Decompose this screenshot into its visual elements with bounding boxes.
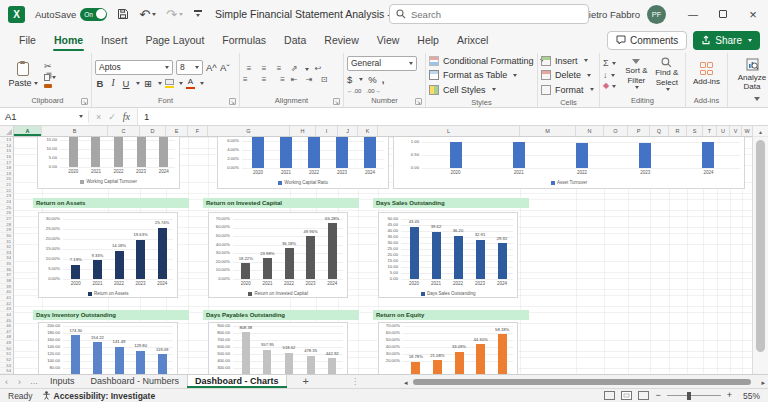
minimize-button[interactable]: — <box>678 0 708 28</box>
row-header-54[interactable]: 54 <box>0 368 13 374</box>
font-size-select[interactable]: 8 <box>176 60 203 75</box>
conditional-formatting-button[interactable]: Conditional Formatting <box>429 54 544 68</box>
autosave-toggle[interactable]: On <box>80 8 107 21</box>
currency-button[interactable]: $ <box>347 74 352 85</box>
page-layout-view-button[interactable] <box>621 391 632 400</box>
orientation-button[interactable]: ⇗ <box>288 65 300 73</box>
borders-button[interactable]: ⊞ <box>143 79 153 89</box>
column-header-W[interactable]: W <box>742 126 752 136</box>
column-header-D[interactable]: D <box>140 126 166 136</box>
select-all-corner[interactable] <box>0 126 14 137</box>
clear-button[interactable]: ◆ <box>603 82 616 90</box>
column-header-T[interactable]: T <box>703 126 717 136</box>
cancel-button[interactable]: × <box>96 112 101 122</box>
column-header-N[interactable]: N <box>576 126 604 136</box>
redo-button[interactable]: ↷ <box>166 8 183 21</box>
ribbon-tab-insert[interactable]: Insert <box>92 28 136 52</box>
horizontal-scrollbar-thumb[interactable] <box>413 379 752 385</box>
column-header-H[interactable]: H <box>290 126 316 136</box>
chart-return-on-equity[interactable]: 70.00%60.00%50.00%40.00%30.00%20.00%18.7… <box>378 322 518 374</box>
enter-button[interactable]: ✓ <box>108 112 116 122</box>
comma-style-button[interactable]: , <box>382 74 385 85</box>
bold-button[interactable]: B <box>95 79 105 89</box>
column-header-O[interactable]: O <box>604 126 628 136</box>
scroll-up-icon[interactable]: ▴ <box>753 126 768 137</box>
wrap-text-button[interactable]: ↩ <box>312 65 324 73</box>
align-bottom-button[interactable]: ≡ <box>273 65 285 73</box>
align-center-button[interactable]: ≡ <box>258 76 270 84</box>
horizontal-scrollbar[interactable]: ◂ ▸ <box>404 377 765 387</box>
clipboard-dialog-launcher[interactable]: ↘ <box>81 98 88 105</box>
addins-button[interactable]: Add-ins <box>689 62 724 86</box>
chart-asset-turnover[interactable]: 1.000.500.0020202021202220232024Asset Tu… <box>393 137 745 189</box>
collapse-ribbon-button[interactable] <box>754 97 760 104</box>
formula-input[interactable]: 1 <box>137 108 768 125</box>
autosum-button[interactable]: Σ <box>603 59 616 68</box>
zoom-slider-thumb[interactable] <box>687 392 691 400</box>
format-painter-button[interactable] <box>44 84 56 88</box>
font-name-select[interactable]: Aptos <box>95 60 173 75</box>
share-button[interactable]: Share <box>693 31 760 50</box>
increase-decimal-button[interactable]: ←.00 <box>347 88 361 94</box>
chart-days-inventory-outstanding[interactable]: 200.00180.00160.00140.00120.00100.0080.0… <box>38 322 178 374</box>
cell-styles-button[interactable]: Cell Styles <box>429 83 544 97</box>
decrease-indent-button[interactable]: ⇤ <box>288 76 300 84</box>
close-button[interactable]: × <box>738 0 768 28</box>
zoom-slider[interactable] <box>667 395 721 397</box>
column-header-S[interactable]: S <box>687 126 703 136</box>
copy-button[interactable] <box>44 74 56 81</box>
sheet-nav-right-button[interactable]: › <box>13 377 26 387</box>
sheet-tab-dashboard-charts[interactable]: Dashboard - Charts <box>187 375 287 388</box>
column-header-R[interactable]: R <box>669 126 687 136</box>
column-header-B[interactable]: B <box>42 126 108 136</box>
column-header-L[interactable]: L <box>378 126 520 136</box>
fill-button[interactable]: ↓ <box>603 71 616 80</box>
column-header-P[interactable]: P <box>628 126 650 136</box>
align-top-button[interactable]: ≡ <box>243 65 255 73</box>
column-header-E[interactable]: E <box>166 126 188 136</box>
chart-return-on-assets[interactable]: 30.00%25.00%20.00%15.00%10.00%5.00%0.00%… <box>38 212 178 298</box>
delete-cells-button[interactable]: Delete <box>541 69 594 83</box>
zoom-level[interactable]: 55% <box>738 391 760 401</box>
sheet-canvas[interactable]: 15.0010.005.000.0020202021202220232024Wo… <box>0 137 752 374</box>
avatar[interactable]: PF <box>647 5 666 24</box>
grow-font-button[interactable]: A^ <box>206 63 217 73</box>
ribbon-tab-data[interactable]: Data <box>275 28 315 52</box>
column-header-M[interactable]: M <box>520 126 576 136</box>
column-header-I[interactable]: I <box>316 126 338 136</box>
vertical-scrollbar-thumb[interactable] <box>756 140 765 352</box>
search-box[interactable] <box>389 4 589 24</box>
increase-indent-button[interactable]: ⇥ <box>303 76 315 84</box>
scroll-left-icon[interactable]: ◂ <box>404 379 408 386</box>
maximize-button[interactable] <box>708 0 738 28</box>
insert-cells-button[interactable]: Insert <box>541 54 594 68</box>
column-header-V[interactable]: V <box>730 126 742 136</box>
column-header-F[interactable]: F <box>188 126 208 136</box>
ribbon-tab-page-layout[interactable]: Page Layout <box>136 28 213 52</box>
cut-button[interactable]: ✂ <box>44 62 56 71</box>
scroll-right-icon[interactable]: ▸ <box>761 379 765 386</box>
shrink-font-button[interactable]: Aˇ <box>220 63 230 73</box>
chart-days-sales-outstanding[interactable]: 50.0045.0040.0035.0030.0025.0020.0015.00… <box>378 212 518 298</box>
normal-view-button[interactable] <box>604 391 615 400</box>
column-header-G[interactable]: G <box>208 126 290 136</box>
accessibility-checker[interactable]: Accessibility: Investigate <box>42 391 156 401</box>
paste-button[interactable]: Paste <box>7 62 39 88</box>
italic-button[interactable]: I <box>108 79 118 89</box>
undo-button[interactable]: ↶ <box>139 8 156 21</box>
column-header-A[interactable]: A <box>14 126 42 136</box>
align-left-button[interactable]: ≡ <box>243 76 255 84</box>
quick-access-toolbar-button[interactable] <box>193 10 202 18</box>
ribbon-tab-help[interactable]: Help <box>408 28 448 52</box>
sheet-tab-dashboard-numbers[interactable]: Dashboard - Numbers <box>83 375 188 388</box>
column-header-Q[interactable]: Q <box>650 126 669 136</box>
tab-scroll-split[interactable]: ⋮ <box>351 377 359 386</box>
format-cells-button[interactable]: Format <box>541 83 594 97</box>
ribbon-tab-arixcel[interactable]: Arixcel <box>448 28 498 52</box>
font-color-button[interactable]: A <box>186 78 195 90</box>
comments-button[interactable]: Comments <box>607 31 687 50</box>
name-box[interactable]: A1 <box>0 108 88 125</box>
percent-button[interactable]: % <box>368 74 376 85</box>
insert-function-button[interactable]: fx <box>123 111 130 122</box>
save-button[interactable] <box>117 8 129 20</box>
